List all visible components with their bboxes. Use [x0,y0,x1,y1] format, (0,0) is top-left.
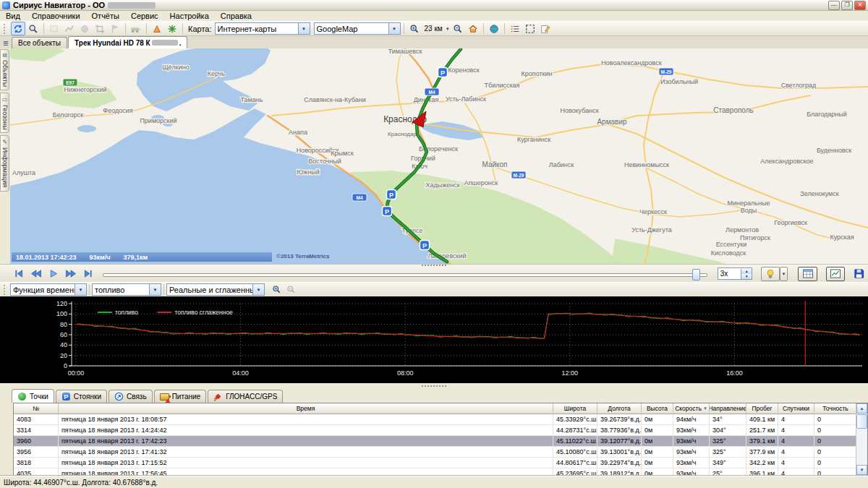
chart-mode-combo[interactable]: Реальные и сглаженные значени▼ [166,283,265,296]
rewind-button[interactable] [27,267,45,281]
column-header[interactable]: Время [59,403,553,414]
column-header[interactable]: Направление [710,403,746,414]
column-header[interactable]: № [14,403,59,414]
globe-icon[interactable] [487,22,501,35]
table-row[interactable]: 3314пятница 18 января 2013 г. 14:24:4244… [14,425,867,436]
table-row[interactable]: 4083пятница 18 января 2013 г. 18:08:5745… [14,414,867,425]
slider-handle[interactable] [692,269,700,281]
tab-glonass-gps[interactable]: ГЛОНАСС/GPS [208,390,283,403]
panel-splitter[interactable] [0,383,868,389]
scroll-thumb[interactable] [856,414,867,429]
column-header[interactable]: Широта [553,403,597,414]
tab-all-objects[interactable]: Все объекты [12,37,67,48]
scroll-up-icon[interactable]: ▲ [856,403,867,414]
speed-down-icon[interactable]: ▼ [741,274,752,279]
tab-track[interactable]: Трек Hyundai HD 78 К . [68,36,187,48]
map-provider-combo[interactable]: GoogleMap▼ [314,22,401,35]
parking-marker[interactable]: P [387,190,396,200]
table-row[interactable]: 3960пятница 18 января 2013 г. 17:42:2345… [14,436,867,447]
column-header[interactable]: Долгота [597,403,642,414]
slider-track[interactable] [103,273,707,277]
chart-zoom-in-icon[interactable] [269,283,284,296]
fuel-chart[interactable]: 02040608010012000:0004:0008:0012:0016:00… [0,296,868,383]
parking-marker[interactable]: P [438,68,448,77]
table-scrollbar[interactable]: ▲ ▼ [856,403,867,475]
sidebar-tab-geozones[interactable]: ▭Геозоны [0,93,9,134]
chartbar-grip[interactable] [4,285,8,295]
parking-marker[interactable]: P [420,241,430,250]
table-row[interactable]: 3956пятница 18 января 2013 г. 17:41:3245… [14,447,867,458]
timeline-slider[interactable] [103,267,707,281]
vehicle-icon[interactable] [129,22,143,35]
table-row[interactable]: 3818пятница 18 января 2013 г. 17:15:5244… [14,458,867,468]
map-canvas[interactable]: ТимашевскКореновскКропоткинНовоалександр… [10,48,868,264]
column-header[interactable]: Пробег [746,403,778,414]
lamp-button[interactable] [761,267,779,281]
tab-parkings[interactable]: P Стоянки [56,390,107,403]
menu-help[interactable]: Справка [215,12,258,20]
chart-zoom-out-icon[interactable] [284,283,298,296]
close-button[interactable]: ✕ [854,1,866,10]
frame-select-icon[interactable] [523,22,537,35]
menu-settings[interactable]: Настройка [164,12,215,20]
map-type-combo[interactable]: Интернет-карты▼ [215,22,310,35]
maximize-button[interactable]: ❐ [841,1,853,10]
crop-icon[interactable] [93,22,107,35]
app-window: Сириус Навигатор - ОО — ❐ ✕ Вид Справочн… [0,0,868,488]
map-view[interactable]: ТимашевскКореновскКропоткинНовоалександр… [10,48,868,264]
skip-end-button[interactable] [80,267,97,281]
scroll-down-icon[interactable]: ▼ [856,465,867,475]
play-button[interactable] [45,267,62,281]
toolbar-grip[interactable] [4,24,8,34]
scale-caret-icon[interactable]: ▼ [446,27,450,31]
column-header[interactable]: Точность [814,403,857,414]
left-panel-strip: ≣Объекты ▭Геозоны ✎Информация [0,48,10,264]
table-cell: 0м [642,447,673,457]
sidebar-tab-info[interactable]: ✎Информация [0,135,9,191]
speed-up-icon[interactable]: ▲ [741,269,752,274]
column-header[interactable]: Скорость▼ [673,403,710,414]
menu-service[interactable]: Сервис [125,12,164,20]
column-header[interactable]: Высота [642,403,673,414]
show-table-button[interactable] [798,267,817,281]
fast-forward-button[interactable] [62,267,80,281]
chart-function-combo[interactable]: Функция времени▼ [10,283,87,296]
bottom-tab-row: Точки P Стоянки Связь Питание ГЛОНАСС/GP… [0,389,868,403]
map-label: Усть-Джегута [631,226,671,234]
objects-list-icon[interactable]: ≣ [0,38,12,48]
zoom-in-icon[interactable] [407,22,422,35]
gps-fix-icon[interactable] [165,22,179,35]
edit-icon[interactable] [538,22,553,35]
tab-points[interactable]: Точки [12,389,54,403]
home-icon[interactable] [466,22,480,35]
lamp-dropdown[interactable]: ▼ [780,267,788,281]
list-icon[interactable] [508,22,522,35]
save-button[interactable] [851,267,868,281]
chart-parameter-combo[interactable]: топливо▼ [92,283,161,296]
table-cell: 45.11022°с.ш. [553,436,597,446]
splitter-handle-top[interactable] [422,265,446,266]
table-cell: 3956 [14,447,59,457]
menu-directories[interactable]: Справочники [26,12,86,20]
show-chart-button[interactable] [826,267,845,281]
cone-icon[interactable] [150,22,164,35]
track-icon[interactable] [62,22,77,35]
pan-icon[interactable] [11,22,25,35]
parking-marker[interactable]: P [383,207,392,216]
minimize-button[interactable]: — [828,1,840,10]
menu-reports[interactable]: Отчёты [86,12,125,20]
select-area-icon[interactable] [47,22,61,35]
zoom-out-icon[interactable] [451,22,465,35]
zoom-tool-icon[interactable] [26,22,41,35]
table-cell: 45.33929°с.ш. [553,414,597,424]
speed-spinner[interactable]: 3x ▲▼ [718,267,753,280]
menu-view[interactable]: Вид [0,12,26,20]
skip-start-button[interactable] [10,267,27,281]
sidebar-tab-objects[interactable]: ≣Объекты [0,49,9,90]
stop-icon[interactable] [77,22,92,35]
tab-power[interactable]: Питание [154,390,206,403]
map-label: Хадыженск [425,181,459,189]
column-header[interactable]: Спутники [778,403,814,414]
tab-connection[interactable]: Связь [109,390,153,403]
flag-icon[interactable] [108,22,122,35]
